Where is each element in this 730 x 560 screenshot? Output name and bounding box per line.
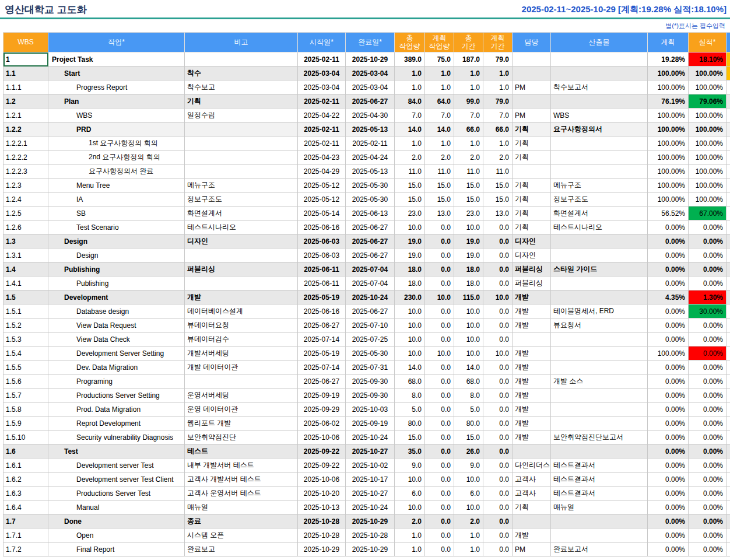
cell-plan[interactable]: 100.00% bbox=[648, 192, 689, 206]
cell-actual[interactable]: 18.10% bbox=[689, 52, 727, 66]
cell-total_dur[interactable]: 9.0 bbox=[454, 459, 483, 473]
cell-plan[interactable]: 0.00% bbox=[648, 249, 689, 262]
cell-total_dur[interactable]: 15.0 bbox=[454, 178, 483, 192]
column-header-task[interactable]: 작업* bbox=[48, 33, 185, 52]
cell-total_work[interactable]: 11.0 bbox=[395, 164, 425, 178]
cell-start[interactable]: 2025-06-03 bbox=[298, 235, 346, 249]
cell-wbs[interactable]: 1.7.2 bbox=[3, 542, 48, 556]
cell-plan[interactable]: 0.00% bbox=[648, 332, 689, 346]
cell-total_work[interactable]: 18.0 bbox=[395, 276, 425, 290]
cell-actual[interactable]: 100.00% bbox=[689, 80, 727, 94]
cell-actual[interactable]: 0.00% bbox=[689, 249, 727, 262]
cell-task[interactable]: 요구사항정의서 완료 bbox=[48, 164, 185, 178]
cell-plan_work[interactable]: 1.0 bbox=[425, 80, 454, 94]
cell-plan_dur[interactable]: 0.0 bbox=[483, 276, 513, 290]
cell-plan[interactable]: 0.00% bbox=[648, 430, 689, 444]
cell-actual[interactable]: 0.00% bbox=[689, 430, 727, 444]
cell-plan[interactable]: 100.00% bbox=[648, 164, 689, 178]
cell-deliverable[interactable] bbox=[551, 249, 648, 262]
cell-start[interactable]: 2025-09-22 bbox=[298, 444, 346, 459]
cell-start[interactable]: 2025-05-12 bbox=[298, 178, 346, 192]
column-header-owner[interactable]: 담당 bbox=[513, 33, 551, 52]
cell-actual[interactable]: 30.00% bbox=[689, 304, 727, 318]
cell-note[interactable]: 테스트 bbox=[185, 444, 298, 459]
cell-total_dur[interactable]: 19.0 bbox=[454, 249, 483, 262]
cell-plan_work[interactable]: 0.0 bbox=[425, 514, 454, 528]
cell-plan_work[interactable]: 0.0 bbox=[425, 304, 454, 318]
cell-task[interactable]: Plan bbox=[48, 94, 185, 108]
cell-end[interactable]: 2025-10-27 bbox=[346, 487, 395, 501]
cell-actual[interactable]: 1.30% bbox=[689, 290, 727, 304]
cell-deliverable[interactable] bbox=[551, 514, 648, 528]
cell-note[interactable]: 데이터베이스설계 bbox=[185, 304, 298, 318]
cell-actual[interactable]: 0.00% bbox=[689, 276, 727, 290]
cell-task[interactable]: Menu Tree bbox=[48, 178, 185, 192]
cell-total_dur[interactable]: 1.0 bbox=[454, 542, 483, 556]
cell-wbs[interactable]: 1.4.1 bbox=[3, 276, 48, 290]
cell-end[interactable]: 2025-07-10 bbox=[346, 318, 395, 332]
cell-wbs[interactable]: 1.5.8 bbox=[3, 402, 48, 416]
cell-total_work[interactable]: 1.0 bbox=[395, 80, 425, 94]
cell-wbs[interactable]: 1.5.1 bbox=[3, 304, 48, 318]
cell-owner[interactable] bbox=[513, 514, 551, 528]
cell-note[interactable] bbox=[185, 123, 298, 136]
cell-total_work[interactable]: 14.0 bbox=[395, 123, 425, 136]
cell-actual[interactable]: 0.00% bbox=[689, 374, 727, 388]
cell-plan_work[interactable]: 13.0 bbox=[425, 206, 454, 220]
cell-plan_work[interactable]: 7.0 bbox=[425, 108, 454, 123]
cell-note[interactable] bbox=[185, 249, 298, 262]
cell-plan_work[interactable]: 0.0 bbox=[425, 501, 454, 514]
cell-plan[interactable]: 0.00% bbox=[648, 388, 689, 402]
cell-start[interactable]: 2025-09-22 bbox=[298, 459, 346, 473]
cell-deliverable[interactable] bbox=[551, 528, 648, 542]
cell-plan_dur[interactable]: 1.0 bbox=[483, 80, 513, 94]
cell-total_work[interactable]: 2.0 bbox=[395, 514, 425, 528]
cell-end[interactable]: 2025-03-04 bbox=[346, 80, 395, 94]
cell-deliverable[interactable] bbox=[551, 290, 648, 304]
cell-owner[interactable]: 다인리더스 bbox=[513, 459, 551, 473]
cell-end[interactable]: 2025-06-27 bbox=[346, 249, 395, 262]
cell-task[interactable]: Design bbox=[48, 235, 185, 249]
cell-owner[interactable]: 개발 bbox=[513, 346, 551, 360]
cell-total_work[interactable]: 18.0 bbox=[395, 262, 425, 276]
cell-owner[interactable]: 개발 bbox=[513, 430, 551, 444]
cell-wbs[interactable]: 1.2.2.1 bbox=[3, 136, 48, 150]
cell-total_dur[interactable]: 10.0 bbox=[454, 473, 483, 487]
cell-wbs[interactable]: 1.5 bbox=[3, 290, 48, 304]
cell-deliverable[interactable]: 테스트결과서 bbox=[551, 459, 648, 473]
cell-note[interactable]: 디자인 bbox=[185, 235, 298, 249]
cell-owner[interactable]: 퍼블리싱 bbox=[513, 276, 551, 290]
cell-plan_dur[interactable]: 0.0 bbox=[483, 542, 513, 556]
cell-total_dur[interactable]: 99.0 bbox=[454, 94, 483, 108]
cell-plan_dur[interactable]: 0.0 bbox=[483, 318, 513, 332]
cell-note[interactable] bbox=[185, 136, 298, 150]
cell-task[interactable]: Test Scenario bbox=[48, 220, 185, 235]
cell-task[interactable]: Development Server Setting bbox=[48, 346, 185, 360]
cell-wbs[interactable]: 1.2.2.2 bbox=[3, 150, 48, 164]
cell-end[interactable]: 2025-10-24 bbox=[346, 430, 395, 444]
cell-plan[interactable]: 56.52% bbox=[648, 206, 689, 220]
cell-total_dur[interactable]: 18.0 bbox=[454, 276, 483, 290]
cell-deliverable[interactable]: 보안취약점진단보고서 bbox=[551, 430, 648, 444]
cell-note[interactable]: 보안취약점진단 bbox=[185, 430, 298, 444]
cell-actual[interactable]: 0.00% bbox=[689, 235, 727, 249]
cell-start[interactable]: 2025-05-12 bbox=[298, 192, 346, 206]
cell-plan_work[interactable]: 14.0 bbox=[425, 123, 454, 136]
cell-total_dur[interactable]: 26.0 bbox=[454, 444, 483, 459]
cell-total_dur[interactable]: 10.0 bbox=[454, 346, 483, 360]
cell-end[interactable]: 2025-06-27 bbox=[346, 220, 395, 235]
cell-note[interactable]: 기획 bbox=[185, 94, 298, 108]
cell-actual[interactable]: 100.00% bbox=[689, 178, 727, 192]
cell-total_dur[interactable]: 5.0 bbox=[454, 402, 483, 416]
cell-plan_dur[interactable]: 0.0 bbox=[483, 304, 513, 318]
cell-end[interactable]: 2025-10-24 bbox=[346, 290, 395, 304]
cell-start[interactable]: 2025-09-19 bbox=[298, 388, 346, 402]
cell-owner[interactable] bbox=[513, 66, 551, 80]
cell-total_work[interactable]: 14.0 bbox=[395, 360, 425, 374]
cell-start[interactable]: 2025-06-11 bbox=[298, 276, 346, 290]
cell-start[interactable]: 2025-02-11 bbox=[298, 94, 346, 108]
cell-plan_dur[interactable]: 1.0 bbox=[483, 66, 513, 80]
cell-deliverable[interactable]: 정보구조도 bbox=[551, 192, 648, 206]
cell-total_work[interactable]: 35.0 bbox=[395, 444, 425, 459]
cell-plan_dur[interactable]: 79.0 bbox=[483, 52, 513, 66]
